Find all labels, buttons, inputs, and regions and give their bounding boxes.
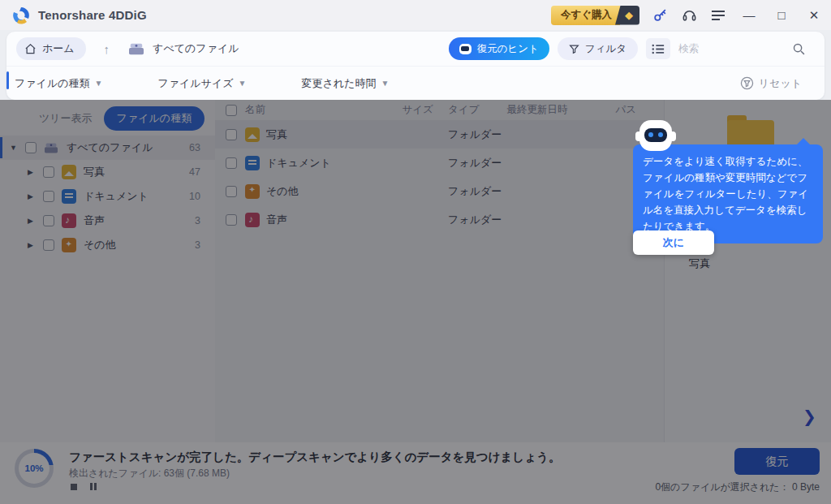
buy-now-label: 今すぐ購入 bbox=[551, 6, 620, 25]
drive-icon bbox=[127, 41, 145, 56]
license-key-icon[interactable] bbox=[651, 6, 669, 24]
reset-filter-icon bbox=[740, 76, 754, 90]
filter-row: ファイルの種類 ▼ ファイルサイズ ▼ 変更された時間 ▼ リセット bbox=[6, 66, 825, 100]
top-card: ホーム ↑ すべてのファイル 復元のヒント フィルタ bbox=[6, 32, 825, 100]
recovery-hint-button[interactable]: 復元のヒント bbox=[449, 37, 549, 60]
tutorial-next-button[interactable]: 次に bbox=[633, 230, 714, 255]
recovery-hint-label: 復元のヒント bbox=[477, 42, 539, 56]
support-headset-icon[interactable] bbox=[680, 6, 698, 24]
file-type-dropdown-label: ファイルの種類 bbox=[15, 76, 90, 91]
file-size-dropdown-label: ファイルサイズ bbox=[157, 76, 233, 91]
maximize-button[interactable]: □ bbox=[771, 5, 792, 26]
titlebar-controls: 今すぐ購入 ◆ — □ ✕ bbox=[551, 0, 825, 30]
robot-icon bbox=[459, 44, 471, 54]
file-type-dropdown[interactable]: ファイルの種類 ▼ bbox=[15, 76, 102, 91]
list-view-icon bbox=[652, 44, 665, 54]
funnel-icon bbox=[569, 44, 579, 54]
reset-filters-button[interactable]: リセット bbox=[740, 76, 802, 91]
close-button[interactable]: ✕ bbox=[803, 5, 825, 26]
list-view-button[interactable] bbox=[646, 38, 670, 59]
modified-time-dropdown[interactable]: 変更された時間 ▼ bbox=[301, 76, 389, 91]
toolbar-right: 復元のヒント フィルタ bbox=[449, 32, 816, 66]
file-size-dropdown[interactable]: ファイルサイズ ▼ bbox=[157, 76, 246, 91]
titlebar: Tenorshare 4DDiG 今すぐ購入 ◆ — bbox=[0, 0, 831, 30]
search-box bbox=[678, 37, 816, 60]
chevron-down-icon: ▼ bbox=[95, 79, 103, 88]
card-accent-bar bbox=[6, 71, 9, 89]
app-title: Tenorshare 4DDiG bbox=[38, 8, 147, 22]
chevron-down-icon: ▼ bbox=[239, 79, 247, 88]
filter-button[interactable]: フィルタ bbox=[558, 37, 638, 60]
tutorial-tooltip: データをより速く取得するために、ファイルの種類や変更時間などでファイルをフィルタ… bbox=[633, 144, 823, 243]
reset-label: リセット bbox=[759, 76, 802, 91]
menu-icon[interactable] bbox=[709, 6, 727, 24]
app-window: Tenorshare 4DDiG 今すぐ購入 ◆ — bbox=[0, 0, 831, 504]
app-logo-icon bbox=[11, 6, 31, 25]
home-icon bbox=[24, 43, 37, 55]
search-input[interactable] bbox=[678, 43, 792, 54]
buy-now-button[interactable]: 今すぐ購入 ◆ bbox=[551, 6, 639, 25]
search-icon[interactable] bbox=[792, 42, 806, 56]
minimize-button[interactable]: — bbox=[738, 5, 760, 26]
home-label: ホーム bbox=[42, 41, 75, 56]
filter-label: フィルタ bbox=[585, 42, 626, 56]
chevron-down-icon: ▼ bbox=[381, 79, 389, 88]
breadcrumb: すべてのファイル bbox=[153, 41, 239, 56]
modified-time-dropdown-label: 変更された時間 bbox=[301, 76, 376, 91]
home-button[interactable]: ホーム bbox=[16, 37, 86, 60]
tutorial-robot-icon bbox=[635, 120, 676, 156]
toolbar: ホーム ↑ すべてのファイル 復元のヒント フィルタ bbox=[6, 32, 825, 66]
navigate-up-icon[interactable]: ↑ bbox=[104, 42, 110, 56]
